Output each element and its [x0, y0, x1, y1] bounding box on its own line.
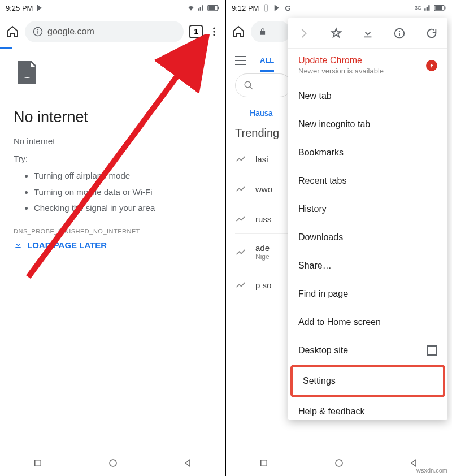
menu-bookmarks[interactable]: Bookmarks: [288, 139, 447, 167]
menu-add-home[interactable]: Add to Home screen: [288, 308, 447, 336]
svg-point-10: [110, 460, 116, 466]
update-badge-icon: [426, 60, 437, 71]
search-box[interactable]: [235, 73, 292, 97]
nav-home-icon[interactable]: [334, 458, 344, 468]
trend-icon: [235, 213, 246, 224]
svg-rect-5: [37, 31, 38, 33]
menu-new-tab[interactable]: New tab: [288, 82, 447, 110]
trend-icon: [235, 153, 246, 165]
menu-find[interactable]: Find in page: [288, 280, 447, 308]
error-code: DNS_PROBE_FINISHED_NO_INTERNET: [14, 228, 212, 235]
url-bar[interactable]: [251, 21, 290, 42]
tips-list: Turning off airplane mode Turning on mob…: [14, 168, 212, 217]
menu-update[interactable]: Update Chrome Newer version is available: [288, 49, 447, 82]
battery-icon: [207, 4, 220, 12]
home-icon[interactable]: [232, 25, 245, 38]
error-subheading: No internet: [14, 136, 212, 146]
info-icon: [33, 27, 43, 37]
svg-rect-2: [218, 7, 219, 10]
menu-desktop-site[interactable]: Desktop site: [288, 336, 447, 365]
svg-point-8: [213, 34, 215, 36]
svg-rect-9: [34, 460, 41, 466]
svg-rect-21: [260, 460, 267, 466]
menu-settings[interactable]: Settings: [293, 367, 443, 395]
forward-icon[interactable]: [298, 27, 310, 40]
nav-back-icon[interactable]: [183, 458, 193, 468]
download-icon[interactable]: [362, 27, 374, 40]
menu-help[interactable]: Help & feedback: [288, 397, 447, 420]
status-bar: 9:12 PM G 3G: [226, 0, 452, 16]
phone-icon: [262, 4, 270, 12]
svg-point-4: [37, 29, 38, 30]
menu-recent-tabs[interactable]: Recent tabs: [288, 167, 447, 195]
tip-item: Turning off airplane mode: [34, 168, 212, 184]
menu-top-row: [288, 18, 447, 49]
svg-point-16: [245, 81, 251, 88]
reload-icon[interactable]: [425, 27, 438, 40]
url-text: google.com: [47, 27, 94, 37]
nav-home-icon[interactable]: [108, 458, 118, 468]
settings-highlight: Settings: [290, 365, 445, 397]
update-sub: Newer version is available: [298, 67, 384, 75]
checkbox-icon[interactable]: [427, 345, 437, 356]
phone-left: 9:25 PM google.com 1 No internet No inte…: [0, 0, 226, 476]
menu-history[interactable]: History: [288, 195, 447, 223]
tab-all[interactable]: ALL: [260, 56, 274, 72]
phone-right: 9:12 PM G 3G ALL Hausa Trending lasi wwo…: [226, 0, 452, 476]
url-bar[interactable]: google.com: [25, 21, 184, 42]
svg-rect-1: [208, 6, 215, 10]
info-icon[interactable]: [393, 27, 406, 40]
tip-item: Turning on mobile data or Wi-Fi: [34, 184, 212, 201]
omnibar: google.com 1: [0, 16, 225, 47]
status-time: 9:12 PM: [232, 4, 259, 12]
svg-point-7: [213, 31, 215, 32]
signal-icon: [424, 4, 432, 12]
svg-line-17: [250, 86, 253, 89]
google-icon: G: [285, 4, 290, 12]
svg-rect-15: [445, 7, 446, 10]
load-page-later-button[interactable]: LOAD PAGE LATER: [14, 240, 212, 250]
trend-icon: [235, 246, 246, 258]
hamburger-icon[interactable]: [235, 56, 246, 65]
lock-icon: [259, 28, 267, 36]
status-time: 9:25 PM: [6, 4, 33, 12]
home-icon[interactable]: [6, 25, 19, 38]
play-store-icon: [273, 4, 281, 12]
star-icon[interactable]: [330, 27, 342, 40]
update-title: Update Chrome: [298, 55, 384, 66]
svg-rect-14: [435, 6, 442, 10]
download-icon: [14, 240, 23, 249]
network-3g: 3G: [415, 5, 421, 11]
more-menu-icon[interactable]: [208, 26, 220, 37]
trend-icon: [235, 279, 246, 291]
svg-rect-20: [399, 33, 400, 36]
status-bar: 9:25 PM: [0, 0, 225, 16]
play-store-icon: [36, 4, 44, 12]
menu-share[interactable]: Share…: [288, 252, 447, 280]
svg-point-6: [213, 27, 215, 29]
svg-point-22: [336, 460, 342, 466]
nav-recent-icon[interactable]: [259, 458, 269, 468]
trend-icon: [235, 183, 246, 194]
error-page: No internet No internet Try: Turning off…: [0, 47, 225, 261]
nav-bar: [0, 449, 225, 476]
wifi-icon: [187, 4, 195, 12]
battery-icon: [434, 4, 446, 12]
tabs-button[interactable]: 1: [189, 25, 203, 38]
nav-back-icon[interactable]: [409, 458, 419, 468]
sad-page-icon: [14, 59, 41, 86]
signal-icon: [197, 4, 205, 12]
menu-downloads[interactable]: Downloads: [288, 223, 447, 252]
search-icon: [244, 80, 254, 90]
tip-item: Checking the signal in your area: [34, 200, 212, 217]
nav-recent-icon[interactable]: [33, 458, 43, 468]
error-heading: No internet: [14, 109, 212, 126]
try-label: Try:: [14, 154, 212, 163]
svg-point-19: [399, 31, 400, 32]
menu-incognito[interactable]: New incognito tab: [288, 110, 447, 139]
watermark: wsxdn.com: [416, 467, 447, 474]
progress-bar: [0, 47, 12, 49]
svg-rect-12: [265, 5, 268, 11]
overflow-menu: Update Chrome Newer version is available…: [288, 18, 447, 420]
